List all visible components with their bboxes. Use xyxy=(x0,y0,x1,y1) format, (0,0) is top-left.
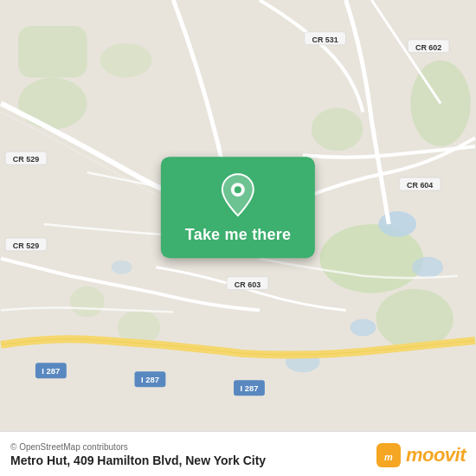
svg-text:CR 531: CR 531 xyxy=(312,35,338,44)
cta-button-label: Take me there xyxy=(185,226,291,244)
svg-text:CR 602: CR 602 xyxy=(415,43,441,52)
svg-point-4 xyxy=(312,108,363,151)
svg-point-10 xyxy=(378,211,416,237)
location-pin-icon xyxy=(219,172,257,217)
svg-point-9 xyxy=(70,286,105,318)
location-name: Metro Hut, 409 Hamilton Blvd, New York C… xyxy=(10,453,266,467)
svg-text:I 287: I 287 xyxy=(141,375,159,384)
svg-text:I 287: I 287 xyxy=(42,366,60,376)
svg-point-12 xyxy=(350,319,376,337)
location-info: © OpenStreetMap contributors Metro Hut, … xyxy=(10,442,266,467)
svg-point-14 xyxy=(112,261,132,274)
svg-text:CR 529: CR 529 xyxy=(13,241,39,250)
svg-text:m: m xyxy=(384,452,393,462)
svg-text:CR 529: CR 529 xyxy=(13,155,39,164)
map-attribution: © OpenStreetMap contributors xyxy=(10,442,266,452)
svg-rect-5 xyxy=(18,26,87,78)
bottom-bar: © OpenStreetMap contributors Metro Hut, … xyxy=(0,431,476,476)
moovit-logo: m moovit xyxy=(375,441,466,469)
svg-point-7 xyxy=(100,43,152,78)
cta-card[interactable]: Take me there xyxy=(161,157,315,258)
svg-text:CR 603: CR 603 xyxy=(235,280,261,289)
app: CR 531 CR 602 CR 529 CR 529 CR 604 CR 60… xyxy=(0,0,476,476)
svg-point-11 xyxy=(412,257,443,278)
moovit-brand-text: moovit xyxy=(406,444,466,466)
map-container: CR 531 CR 602 CR 529 CR 529 CR 604 CR 60… xyxy=(0,0,476,431)
svg-point-34 xyxy=(235,186,241,193)
svg-point-6 xyxy=(18,78,87,130)
svg-text:CR 604: CR 604 xyxy=(407,181,433,190)
svg-text:I 287: I 287 xyxy=(240,383,258,393)
moovit-icon: m xyxy=(375,441,402,469)
